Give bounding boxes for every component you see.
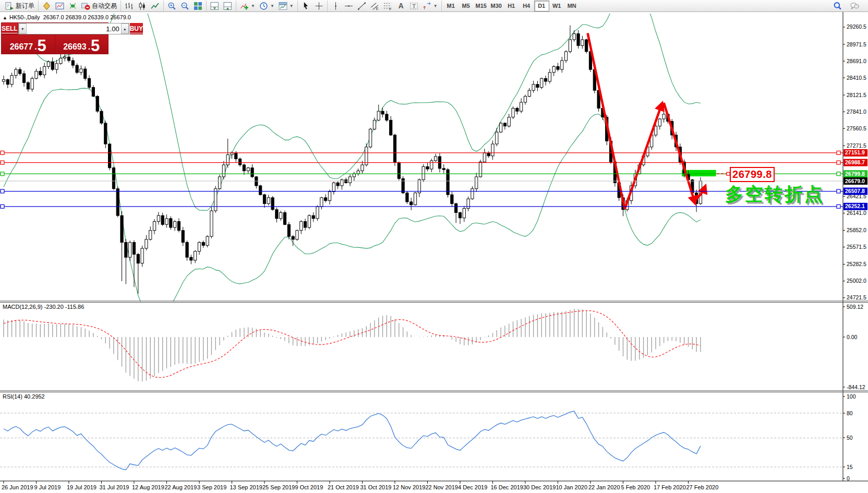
chart-title: ▲HK50-,Daily 26367.0 26839.0 26339.0 266… [3,14,131,20]
svg-text:26 Jun 2019: 26 Jun 2019 [2,484,33,490]
chart-canvas[interactable]: 29260.528971.528691.028410.528121.527841… [0,0,868,493]
zoom-out-button[interactable] [178,1,191,11]
svg-text:22 Aug 2019: 22 Aug 2019 [165,484,197,490]
line-chart-mode-button[interactable] [149,1,162,11]
horizontal-line-button[interactable] [342,1,355,11]
svg-text:15: 15 [847,464,853,470]
text-label-button[interactable]: T [407,1,420,11]
sell-price[interactable]: 26677.5 [2,35,55,54]
zoom-in-icon [167,2,176,10]
svg-text:27 Feb 2020: 27 Feb 2020 [686,484,719,490]
new-order-button[interactable]: 新订单 [3,1,37,11]
tile-windows-button[interactable] [191,1,204,11]
svg-text:31 Oct 2019: 31 Oct 2019 [360,484,392,490]
vertical-line-button[interactable] [329,1,342,11]
svg-text:17 Feb 2020: 17 Feb 2020 [654,484,686,490]
equidistant-channel-button[interactable]: E [368,1,381,11]
svg-text:25002.0: 25002.0 [847,278,866,284]
svg-text:A: A [398,2,403,10]
svg-text:24721.5: 24721.5 [847,294,866,300]
volume-decrease-button[interactable]: ▼ [19,23,27,34]
volume-input[interactable] [27,23,121,34]
macd-label: MACD(12,26,9) -230.20 -115.86 [3,304,84,310]
add-indicator-button[interactable]: ▼ [238,1,257,11]
indicator-window-remove-icon [223,2,232,10]
sell-button[interactable]: SELL [2,23,18,34]
add-indicator-icon [240,2,249,10]
text-label-icon: T [409,2,418,10]
svg-text:13 Sep 2019: 13 Sep 2019 [230,484,262,490]
chat-button[interactable] [848,1,861,11]
svg-text:26679.0: 26679.0 [845,178,865,184]
volume-increase-button[interactable]: ▲ [121,23,129,34]
svg-text:T: T [412,3,416,9]
svg-text:26507.8: 26507.8 [845,188,865,194]
tf-M30[interactable]: M30 [489,1,504,11]
signal-button[interactable] [66,1,79,11]
svg-text:25852.0: 25852.0 [847,227,866,233]
tf-M15[interactable]: M15 [474,1,489,11]
bar-chart-mode-button[interactable] [123,1,136,11]
symbols-icon [42,2,51,10]
svg-text:25282.5: 25282.5 [847,261,866,267]
tf-H4[interactable]: H4 [519,1,534,11]
svg-text:-844.12: -844.12 [847,384,865,390]
arrows-icon [423,2,431,10]
svg-text:100: 100 [847,393,856,400]
tf-D1[interactable]: D1 [534,1,549,11]
cursor-button[interactable] [299,1,312,11]
crosshair-icon [315,2,323,10]
tf-M1[interactable]: M1 [443,1,459,11]
buy-price[interactable]: 26693.5 [55,35,108,54]
fibonacci-icon: F [383,2,392,10]
indicator-window-add-button[interactable] [208,1,221,11]
svg-text:28971.5: 28971.5 [847,41,866,47]
svg-text:27271.5: 27271.5 [847,142,866,149]
trendline-button[interactable] [355,1,368,11]
svg-text:26141.0: 26141.0 [847,210,866,216]
svg-text:12 Nov 2019: 12 Nov 2019 [393,484,425,490]
svg-text:19 Jul 2019: 19 Jul 2019 [67,484,97,490]
svg-text:28121.5: 28121.5 [847,92,866,98]
arrows-button[interactable]: ▼ [420,1,440,11]
symbol-period-label: HK50-,Daily [9,14,40,20]
turning-point-annotation: 多空转折点 [725,182,824,207]
crosshair-button[interactable] [312,1,326,11]
buy-button[interactable]: BUY [130,23,143,34]
fibonacci-button[interactable]: F [381,1,394,11]
svg-text:29260.5: 29260.5 [847,23,866,30]
indicator-window-remove-button[interactable] [221,1,234,11]
zoom-out-icon [180,2,189,10]
zoom-in-button[interactable] [165,1,178,11]
rsi-label: RSI(14) 40.2952 [3,393,45,400]
svg-text:E: E [376,7,378,10]
candlestick-mode-icon [138,2,147,10]
quote-panel-collapse-icon[interactable]: ▲ [3,15,7,20]
bar-chart-mode-icon [125,2,134,10]
svg-text:16 Dec 2019: 16 Dec 2019 [491,484,523,490]
search-button[interactable] [831,1,844,11]
price-callout-label[interactable]: 26799.8 [730,167,775,182]
svg-text:30 Dec 2019: 30 Dec 2019 [523,484,556,490]
svg-text:21 Oct 2019: 21 Oct 2019 [328,484,359,490]
periods-button[interactable]: ▼ [257,1,276,11]
symbols-button[interactable] [40,1,53,11]
vertical-line-icon [331,2,340,10]
ohlc-values: 26367.0 26839.0 26339.0 26679.0 [43,14,131,20]
text-button[interactable]: A [394,1,407,11]
signal-icon [68,2,77,10]
tf-M5[interactable]: M5 [459,1,474,11]
svg-text:12 Aug 2019: 12 Aug 2019 [132,484,164,490]
svg-text:27841.0: 27841.0 [847,109,866,115]
candlestick-mode-button[interactable] [136,1,149,11]
svg-text:5 Feb 2020: 5 Feb 2020 [621,484,650,490]
tf-H1[interactable]: H1 [504,1,519,11]
cursor-icon [302,2,310,10]
chart-window-button[interactable] [53,1,66,11]
tf-MN[interactable]: MN [564,1,580,11]
equidistant-channel-icon: E [370,2,379,10]
templates-button[interactable]: ▼ [276,1,296,11]
templates-icon [279,2,287,10]
tf-W1[interactable]: W1 [549,1,564,11]
autotrading-button[interactable]: 自动交易 [79,1,119,11]
